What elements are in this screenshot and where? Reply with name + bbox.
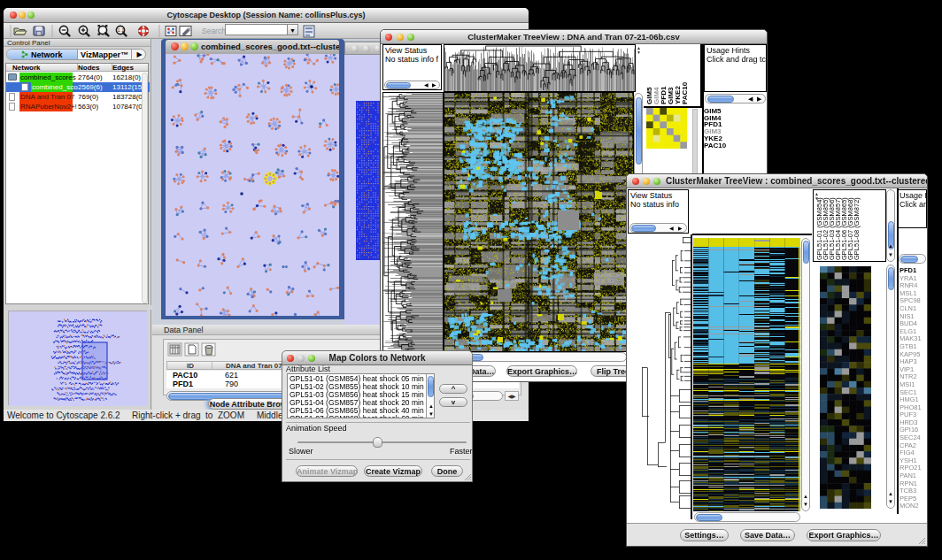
svg-text:1:1: 1:1 [118,27,125,33]
